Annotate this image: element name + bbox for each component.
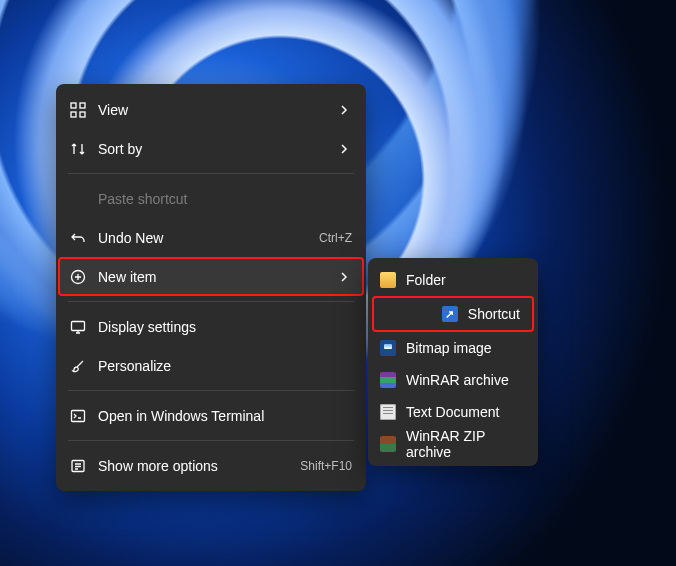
- menu-label: View: [98, 102, 128, 118]
- plus-circle-icon: [70, 269, 86, 285]
- submenu-item-shortcut-highlight: Shortcut: [372, 296, 534, 332]
- menu-shortcut: Shift+F10: [300, 459, 352, 473]
- winrar-zip-icon: [380, 436, 396, 452]
- menu-item-display-settings[interactable]: Display settings: [56, 307, 366, 346]
- folder-icon: [380, 272, 396, 288]
- menu-label: New item: [98, 269, 156, 285]
- svg-rect-2: [71, 112, 76, 117]
- menu-label: Open in Windows Terminal: [98, 408, 264, 424]
- submenu-label: Shortcut: [468, 306, 520, 322]
- chevron-right-icon: [336, 102, 352, 118]
- menu-item-new[interactable]: New item: [58, 257, 364, 296]
- separator: [68, 390, 354, 391]
- submenu-item-shortcut[interactable]: Shortcut: [374, 298, 532, 330]
- menu-label: Paste shortcut: [98, 191, 188, 207]
- menu-label: Personalize: [98, 358, 171, 374]
- menu-label: Sort by: [98, 141, 142, 157]
- grid-icon: [70, 102, 86, 118]
- submenu-item-winrar-zip[interactable]: WinRAR ZIP archive: [368, 428, 538, 460]
- menu-item-open-terminal[interactable]: Open in Windows Terminal: [56, 396, 366, 435]
- menu-item-paste-shortcut: Paste shortcut: [56, 179, 366, 218]
- separator: [68, 440, 354, 441]
- terminal-icon: [70, 408, 86, 424]
- menu-item-show-more-options[interactable]: Show more options Shift+F10: [56, 446, 366, 485]
- chevron-right-icon: [336, 269, 352, 285]
- menu-label: Display settings: [98, 319, 196, 335]
- blank-icon: [70, 191, 86, 207]
- submenu-item-winrar[interactable]: WinRAR archive: [368, 364, 538, 396]
- submenu-label: WinRAR archive: [406, 372, 509, 388]
- submenu-label: WinRAR ZIP archive: [406, 428, 526, 460]
- desktop-context-menu: View Sort by Paste shortcut Undo New Ctr…: [56, 84, 366, 491]
- submenu-label: Text Document: [406, 404, 499, 420]
- menu-item-personalize[interactable]: Personalize: [56, 346, 366, 385]
- submenu-item-folder[interactable]: Folder: [368, 264, 538, 296]
- svg-rect-0: [71, 103, 76, 108]
- svg-rect-1: [80, 103, 85, 108]
- separator: [68, 301, 354, 302]
- menu-item-undo-new[interactable]: Undo New Ctrl+Z: [56, 218, 366, 257]
- new-item-submenu: Folder Shortcut Bitmap image WinRAR arch…: [368, 258, 538, 466]
- bitmap-icon: [380, 340, 396, 356]
- svg-rect-6: [72, 410, 85, 421]
- svg-rect-3: [80, 112, 85, 117]
- shortcut-icon: [442, 306, 458, 322]
- more-options-icon: [70, 458, 86, 474]
- undo-icon: [70, 230, 86, 246]
- separator: [68, 173, 354, 174]
- submenu-item-bitmap[interactable]: Bitmap image: [368, 332, 538, 364]
- text-file-icon: [380, 404, 396, 420]
- menu-label: Undo New: [98, 230, 163, 246]
- menu-label: Show more options: [98, 458, 218, 474]
- brush-icon: [70, 358, 86, 374]
- display-icon: [70, 319, 86, 335]
- menu-shortcut: Ctrl+Z: [319, 231, 352, 245]
- winrar-icon: [380, 372, 396, 388]
- submenu-label: Bitmap image: [406, 340, 492, 356]
- svg-rect-5: [72, 321, 85, 330]
- menu-item-view[interactable]: View: [56, 90, 366, 129]
- menu-item-sort-by[interactable]: Sort by: [56, 129, 366, 168]
- sort-icon: [70, 141, 86, 157]
- submenu-label: Folder: [406, 272, 446, 288]
- chevron-right-icon: [336, 141, 352, 157]
- submenu-item-text-document[interactable]: Text Document: [368, 396, 538, 428]
